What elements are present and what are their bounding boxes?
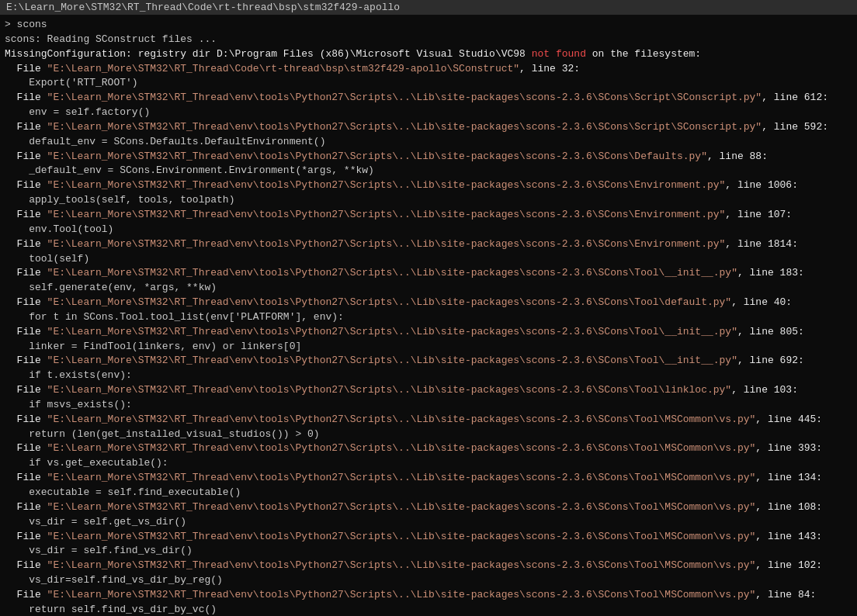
terminal-line-18: self.generate(env, *args, **kw)	[5, 281, 852, 296]
terminal-line-23: File "E:\Learn_More\STM32\RT_Thread\env\…	[5, 354, 852, 369]
terminal-line-39: File "E:\Learn_More\STM32\RT_Thread\env\…	[5, 588, 852, 603]
terminal-line-32: executable = self.find_executable()	[5, 486, 852, 500]
terminal-line-1: scons: Reading SConstruct files ...	[5, 33, 852, 47]
terminal-line-30: if vs.get_executable():	[5, 456, 852, 471]
terminal-line-10: _default_env = SCons.Environment.Environ…	[5, 164, 852, 178]
terminal-line-6: env = self.factory()	[5, 106, 852, 120]
terminal-line-7: File "E:\Learn_More\STM32\RT_Thread\env\…	[5, 120, 852, 135]
terminal-line-31: File "E:\Learn_More\STM32\RT_Thread\env\…	[5, 471, 852, 486]
terminal-line-5: File "E:\Learn_More\STM32\RT_Thread\env\…	[5, 91, 852, 106]
terminal-line-12: apply_tools(self, tools, toolpath)	[5, 193, 852, 208]
terminal-line-9: File "E:\Learn_More\STM32\RT_Thread\env\…	[5, 150, 852, 164]
terminal-line-36: vs_dir = self.find_vs_dir()	[5, 544, 852, 559]
terminal-line-40: return self.find_vs_dir_by_vc()	[5, 603, 852, 616]
terminal-line-3: File "E:\Learn_More\STM32\RT_Thread\Code…	[5, 62, 852, 77]
terminal-line-13: File "E:\Learn_More\STM32\RT_Thread\env\…	[5, 208, 852, 223]
terminal-line-37: File "E:\Learn_More\STM32\RT_Thread\env\…	[5, 559, 852, 573]
terminal-line-34: vs_dir = self.get_vs_dir()	[5, 515, 852, 530]
terminal-line-19: File "E:\Learn_More\STM32\RT_Thread\env\…	[5, 296, 852, 310]
terminal-line-20: for t in SCons.Tool.tool_list(env['PLATF…	[5, 310, 852, 325]
terminal-line-16: tool(self)	[5, 252, 852, 267]
terminal-content[interactable]: > sconsscons: Reading SConstruct files .…	[0, 15, 857, 616]
terminal-line-4: Export('RTT_ROOT')	[5, 76, 852, 91]
terminal-line-35: File "E:\Learn_More\STM32\RT_Thread\env\…	[5, 530, 852, 545]
terminal-line-17: File "E:\Learn_More\STM32\RT_Thread\env\…	[5, 266, 852, 281]
terminal-line-24: if t.exists(env):	[5, 369, 852, 383]
terminal-line-38: vs_dir=self.find_vs_dir_by_reg()	[5, 573, 852, 588]
terminal-line-2: MissingConfiguration: registry dir D:\Pr…	[5, 47, 852, 62]
terminal-line-11: File "E:\Learn_More\STM32\RT_Thread\env\…	[5, 178, 852, 193]
title-path: E:\Learn_More\STM32\RT_Thread\Code\rt-th…	[6, 2, 400, 13]
terminal-line-33: File "E:\Learn_More\STM32\RT_Thread\env\…	[5, 500, 852, 515]
terminal-line-27: File "E:\Learn_More\STM32\RT_Thread\env\…	[5, 413, 852, 427]
terminal-line-26: if msvs_exists():	[5, 398, 852, 413]
terminal-line-0: > scons	[5, 18, 852, 33]
terminal-line-22: linker = FindTool(linkers, env) or linke…	[5, 340, 852, 355]
terminal-line-14: env.Tool(tool)	[5, 223, 852, 237]
terminal-line-15: File "E:\Learn_More\STM32\RT_Thread\env\…	[5, 237, 852, 252]
title-bar: E:\Learn_More\STM32\RT_Thread\Code\rt-th…	[0, 0, 857, 15]
terminal-line-28: return (len(get_installed_visual_studios…	[5, 427, 852, 442]
terminal-line-21: File "E:\Learn_More\STM32\RT_Thread\env\…	[5, 325, 852, 340]
terminal-line-29: File "E:\Learn_More\STM32\RT_Thread\env\…	[5, 441, 852, 456]
terminal-line-8: default_env = SCons.Defaults.DefaultEnvi…	[5, 135, 852, 150]
terminal-window: E:\Learn_More\STM32\RT_Thread\Code\rt-th…	[0, 0, 857, 616]
terminal-line-25: File "E:\Learn_More\STM32\RT_Thread\env\…	[5, 383, 852, 398]
